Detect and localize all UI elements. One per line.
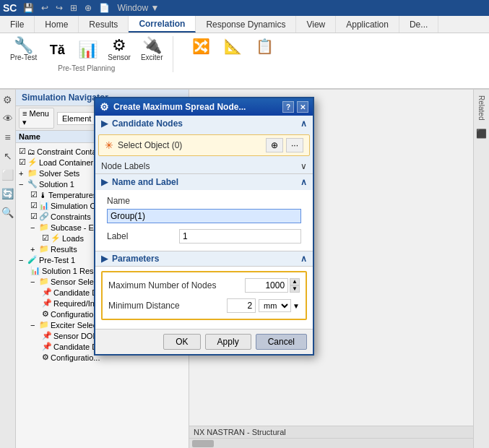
dialog-help-btn[interactable]: ? [282,101,294,113]
name-input[interactable] [107,209,301,223]
name-label-chevron: ∧ [300,177,307,187]
dialog-title-buttons: ? ✕ [282,101,308,113]
candidate-nodes-label: Candidate Nodes [112,119,183,129]
exciter-icon: 🔌 [142,38,162,53]
pretest-label: Pre-Test [10,53,37,61]
extra-icon-2: 📐 [224,38,242,55]
select-object-label: Select Object (0) [118,140,263,150]
chart-button[interactable]: 📊 [74,40,100,59]
create-max-spread-dialog: ⚙ Create Maximum Spread Node... ? ✕ ▶ Ca… [94,97,314,356]
window-menu[interactable]: Window ▼ [115,2,161,14]
dialog-title-icon: ⚙ [100,101,109,113]
exciter-button[interactable]: 🔌 Exciter [138,36,166,63]
select-object-more-btn[interactable]: ··· [286,138,303,152]
top-bar-icons: 💾 ↩ ↪ ⊞ ⊕ 📄 Window ▼ [21,2,161,14]
sensor-button[interactable]: ⚙ Sensor [105,36,134,63]
redo-icon[interactable]: ↪ [53,2,65,14]
node-labels-row[interactable]: Node Labels ∨ [95,159,313,173]
undo-icon[interactable]: ↩ [39,2,51,14]
tab-view[interactable]: View [296,16,336,33]
app-logo: SC [3,2,17,14]
select-object-target-btn[interactable]: ⊕ [266,138,283,152]
label-form-row: Label [101,226,307,246]
parameters-section-header[interactable]: ▶ Parameters ∧ [95,251,313,267]
extra-btn-1[interactable]: 🔀 [188,36,214,56]
doc-icon[interactable]: 📄 [97,2,112,14]
max-nodes-input[interactable] [245,278,288,293]
dialog-title-text: Create Maximum Spread Node... [113,102,282,112]
node-labels-label: Node Labels [101,161,150,171]
name-form-row: Name [101,193,307,209]
extra-btn-2[interactable]: 📐 [220,36,246,56]
label-input[interactable] [179,229,301,244]
ribbon-items: 🔧 Pre-Test Tă 📊 ⚙ Sensor 🔌 Exciter [7,36,165,63]
top-bar: SC 💾 ↩ ↪ ⊞ ⊕ 📄 Window ▼ [0,0,489,16]
exciter-label: Exciter [141,53,163,61]
select-object-row: ✳ Select Object (0) ⊕ ··· [98,134,310,156]
tab-application[interactable]: Application [336,16,399,33]
unit-dropdown-arrow[interactable]: ▼ [293,302,300,310]
sensor-label: Sensor [108,53,131,61]
min-distance-unit[interactable]: mm in m [259,299,291,312]
tab-de[interactable]: De... [399,16,438,33]
ok-button[interactable]: OK [163,334,200,350]
min-distance-row: Minimum Distance mm in m ▼ [103,296,306,316]
main-area: ⚙ 👁 ≡ ↖ ⬜ 🔄 🔍 Simulation Navigator ≡ Men… [0,90,489,448]
dialog-titlebar: ⚙ Create Maximum Spread Node... ? ✕ [95,98,313,116]
ta-button[interactable]: Tă [44,42,70,58]
ribbon-group-label: Pre-Test Planning [58,64,115,72]
parameters-content: Maximum Number of Nodes ▲ ▼ Minimum Dist… [101,271,307,320]
select-object-star-icon: ✳ [105,139,113,151]
extra-btn-3[interactable]: 📋 [251,36,277,56]
ta-icon: Tă [50,43,65,56]
node-labels-chevron: ∨ [300,161,307,171]
parameters-header-icon: ▶ [101,254,108,264]
dialog-close-btn[interactable]: ✕ [297,101,308,113]
candidate-nodes-section: ▶ Candidate Nodes ∧ ✳ Select Object (0) … [95,116,313,174]
max-nodes-row: Maximum Number of Nodes ▲ ▼ [103,275,306,296]
min-distance-label: Minimum Distance [108,301,227,311]
cancel-button[interactable]: Cancel [256,334,307,350]
menu-tabs: File Home Results Correlation Response D… [0,16,489,33]
max-nodes-spinner[interactable]: ▲ ▼ [290,278,300,293]
candidate-nodes-header[interactable]: ▶ Candidate Nodes ∧ [95,116,313,132]
tab-correlation[interactable]: Correlation [129,16,196,33]
min-distance-input[interactable] [227,298,256,313]
apply-button[interactable]: Apply [205,334,251,350]
candidate-nodes-chevron: ∧ [300,119,307,129]
grid-icon[interactable]: ⊞ [68,2,79,14]
dialog-overlay: ⚙ Create Maximum Spread Node... ? ✕ ▶ Ca… [0,90,489,448]
pretest-icon: 🔧 [14,38,33,53]
pretest-button[interactable]: 🔧 Pre-Test [7,36,40,63]
tab-home[interactable]: Home [35,16,79,33]
parameters-wrapper: ▶ Parameters ∧ Maximum Number of Nodes ▲… [95,251,313,329]
name-label-section: ▶ Name and Label ∧ Name Label [95,174,313,251]
tab-file[interactable]: File [0,16,35,33]
name-label-section-label: Name and Label [112,177,178,187]
name-label-section-icon: ▶ [101,177,108,187]
label-form-label: Label [107,231,179,241]
max-nodes-label: Maximum Number of Nodes [108,280,245,290]
name-form-label: Name [107,196,179,206]
ribbon: 🔧 Pre-Test Tă 📊 ⚙ Sensor 🔌 Exciter Pre-T… [0,33,489,90]
parameters-header-label: Parameters [112,254,159,264]
extra-icon-1: 🔀 [192,38,210,55]
tab-response-dynamics[interactable]: Response Dynamics [196,16,296,33]
sensor-icon: ⚙ [112,38,126,53]
chart-icon: 📊 [78,42,98,58]
max-nodes-up[interactable]: ▲ [290,278,300,285]
parameters-header-chevron: ∧ [300,254,307,264]
ribbon-extra: 🔀 📐 📋 [188,36,277,56]
name-label-content: Name Label [95,190,313,251]
name-input-row [101,209,307,226]
extra-icon-3: 📋 [256,38,274,55]
tab-results[interactable]: Results [79,16,129,33]
candidate-nodes-section-icon: ▶ [101,119,108,129]
save-icon[interactable]: 💾 [21,2,36,14]
ribbon-group-pretest: 🔧 Pre-Test Tă 📊 ⚙ Sensor 🔌 Exciter Pre-T… [4,36,173,72]
dialog-footer: OK Apply Cancel [95,329,313,354]
max-nodes-down[interactable]: ▼ [290,285,300,293]
name-label-header[interactable]: ▶ Name and Label ∧ [95,174,313,190]
add-icon[interactable]: ⊕ [82,2,94,14]
